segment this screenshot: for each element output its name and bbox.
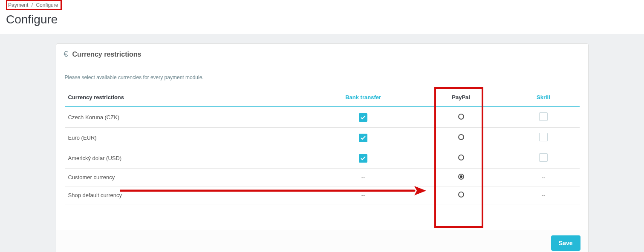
save-button[interactable]: Save <box>551 235 580 251</box>
breadcrumb-current: Configure <box>36 2 58 8</box>
radio-paypal-customer[interactable] <box>458 174 464 180</box>
checkbox-bank-eur[interactable] <box>359 134 367 142</box>
euro-icon: € <box>64 50 68 59</box>
radio-paypal-shop[interactable] <box>458 192 464 198</box>
table-row: Customer currency -- -- <box>65 169 580 186</box>
radio-paypal-eur[interactable] <box>458 134 464 140</box>
table-row: Shop default currency -- -- <box>65 186 580 204</box>
currency-restrictions-table: Currency restrictions Bank transfer PayP… <box>65 90 580 204</box>
panel-title: Currency restrictions <box>72 51 142 58</box>
currency-label: Americký dolar (USD) <box>65 148 312 169</box>
table-row: Euro (EUR) <box>65 128 580 148</box>
checkbox-bank-czk[interactable] <box>359 113 367 122</box>
currency-restrictions-panel: € Currency restrictions Please select av… <box>56 43 589 252</box>
currency-label: Euro (EUR) <box>65 128 312 148</box>
currency-label: Shop default currency <box>65 186 312 204</box>
col-header-skrill[interactable]: Skrill <box>507 90 579 107</box>
currency-label: Czech Koruna (CZK) <box>65 107 312 128</box>
currency-label: Customer currency <box>65 169 312 186</box>
col-header-currency: Currency restrictions <box>65 90 312 107</box>
dash: -- <box>542 174 546 180</box>
dash: -- <box>361 174 365 180</box>
radio-paypal-usd[interactable] <box>458 155 464 160</box>
checkbox-skrill-usd[interactable] <box>539 153 548 162</box>
table-row: Americký dolar (USD) <box>65 148 580 169</box>
table-row: Czech Koruna (CZK) <box>65 107 580 128</box>
breadcrumb: Payment / Configure <box>8 2 58 8</box>
panel-helper-text: Please select available currencies for e… <box>65 74 580 80</box>
col-header-bank-transfer[interactable]: Bank transfer <box>312 90 415 107</box>
breadcrumb-highlight: Payment / Configure <box>6 0 62 10</box>
radio-paypal-czk[interactable] <box>458 114 464 120</box>
dash: -- <box>542 192 546 198</box>
breadcrumb-separator: / <box>32 2 33 8</box>
checkbox-bank-usd[interactable] <box>359 154 367 163</box>
panel-header: € Currency restrictions <box>56 44 588 65</box>
col-header-paypal[interactable]: PayPal <box>415 90 507 107</box>
checkbox-skrill-eur[interactable] <box>539 133 548 141</box>
page-title: Configure <box>6 13 638 26</box>
breadcrumb-parent[interactable]: Payment <box>8 2 28 8</box>
checkbox-skrill-czk[interactable] <box>539 112 548 121</box>
panel-footer: Save <box>56 230 588 252</box>
dash: -- <box>361 192 365 198</box>
